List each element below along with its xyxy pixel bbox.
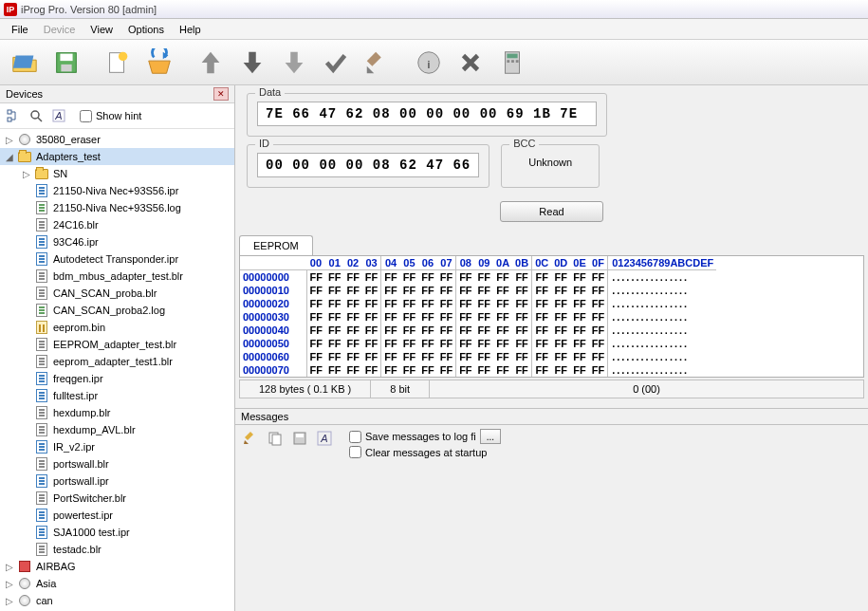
toolbar-new-icon[interactable]: [99, 44, 137, 82]
hex-status: 128 bytes ( 0.1 KB ) 8 bit 0 (00): [239, 380, 864, 398]
tree-item-label: bdm_mbus_adapter_test.blr: [51, 270, 183, 282]
tree-item[interactable]: fulltest.ipr: [0, 387, 234, 404]
tree-item[interactable]: testadc.blr: [0, 541, 234, 558]
toolbar-open-icon[interactable]: [6, 44, 44, 82]
read-button[interactable]: Read: [500, 201, 602, 222]
file-icon: [34, 508, 49, 523]
tree-item[interactable]: powertest.ipr: [0, 507, 234, 524]
group-icon: [17, 593, 32, 608]
devices-tree[interactable]: ▷35080_eraser◢Adapters_test▷SN21150-Niva…: [0, 129, 234, 611]
devices-close-icon[interactable]: ✕: [213, 87, 229, 101]
hex-viewer[interactable]: 000102030405060708090A0B0C0D0E0F01234567…: [239, 255, 864, 378]
toolbar-down-icon[interactable]: [233, 44, 271, 82]
tree-item[interactable]: hexdump.blr: [0, 404, 234, 421]
tree-item-label: CAN_SCAN_proba2.log: [51, 305, 165, 316]
id-value[interactable]: 00 00 00 00 08 62 47 66: [257, 153, 479, 177]
data-value[interactable]: 7E 66 47 62 08 00 00 00 00 69 1B 7E: [257, 102, 597, 126]
tree-item[interactable]: hexdump_AVL.blr: [0, 421, 234, 438]
tree-item-label: AIRBAG: [34, 561, 76, 572]
expander-icon[interactable]: ▷: [4, 579, 15, 589]
tree-item[interactable]: ▷35080_eraser: [0, 131, 234, 148]
menu-options[interactable]: Options: [120, 21, 172, 38]
messages-title: Messages: [241, 411, 288, 422]
menubar: File Device View Options Help: [0, 19, 868, 40]
expander-icon[interactable]: ▷: [4, 562, 15, 572]
toolbar-calc-icon[interactable]: [493, 44, 531, 82]
toolbar-refresh-icon[interactable]: [140, 44, 178, 82]
tree-item-label: portswall.blr: [51, 458, 109, 470]
browse-button[interactable]: ...: [480, 429, 501, 444]
svg-rect-11: [516, 60, 519, 63]
broom-icon[interactable]: [241, 429, 260, 448]
tree-item[interactable]: ▷SN: [0, 165, 234, 182]
file-icon: [34, 320, 49, 335]
tree-item[interactable]: bdm_mbus_adapter_test.blr: [0, 268, 234, 285]
tree-item-label: hexdump.blr: [51, 407, 111, 418]
tree-item[interactable]: 93C46.ipr: [0, 233, 234, 250]
folder-icon: [17, 149, 32, 164]
expander-icon[interactable]: ▷: [4, 135, 15, 145]
clear-startup-checkbox[interactable]: Clear messages at startup: [349, 446, 501, 458]
tree-item-label: IR_v2.ipr: [51, 441, 95, 453]
expander-icon[interactable]: ▷: [21, 169, 32, 179]
expander-icon[interactable]: ◢: [4, 152, 15, 162]
tree-item[interactable]: EEPROM_adapter_test.blr: [0, 336, 234, 353]
tree-item-label: CAN_SCAN_proba.blr: [51, 287, 157, 299]
toolbar-info-icon[interactable]: i: [410, 44, 448, 82]
tree-item[interactable]: CAN_SCAN_proba.blr: [0, 285, 234, 302]
toolbar-up-icon[interactable]: [192, 44, 230, 82]
toolbar-down2-icon[interactable]: [275, 44, 313, 82]
search-icon[interactable]: [27, 106, 46, 125]
svg-rect-10: [511, 60, 514, 63]
tree-view-icon[interactable]: [4, 106, 23, 125]
toolbar-save-icon[interactable]: [47, 44, 85, 82]
tree-item[interactable]: ▷AIRBAG: [0, 558, 234, 575]
save-log-checkbox[interactable]: Save messages to log fi ...: [349, 429, 501, 444]
svg-rect-12: [8, 110, 11, 114]
tree-item-label: SN: [51, 168, 67, 179]
menu-view[interactable]: View: [83, 21, 120, 38]
tree-item-label: can: [34, 595, 53, 606]
tree-item[interactable]: portswall.blr: [0, 455, 234, 472]
save-msg-icon[interactable]: [290, 429, 309, 448]
svg-text:A: A: [320, 433, 327, 444]
tree-item[interactable]: 21150-Niva Nec+93S56.ipr: [0, 182, 234, 199]
toolbar-brush-icon[interactable]: [359, 44, 397, 82]
toolbar-close-icon[interactable]: [452, 44, 489, 82]
toolbar-check-icon[interactable]: [317, 44, 355, 82]
expander-icon[interactable]: ▷: [4, 596, 15, 606]
tree-item-label: testadc.blr: [51, 544, 102, 555]
menu-help[interactable]: Help: [172, 21, 209, 38]
tab-eeprom[interactable]: EEPROM: [239, 235, 313, 255]
tree-item[interactable]: IR_v2.ipr: [0, 438, 234, 455]
tree-item[interactable]: CAN_SCAN_proba2.log: [0, 302, 234, 319]
tree-item[interactable]: ◢Adapters_test: [0, 148, 234, 165]
tree-item[interactable]: eeprom.bin: [0, 319, 234, 336]
svg-text:A: A: [54, 110, 62, 121]
tree-item[interactable]: eeprom_adapter_test1.blr: [0, 353, 234, 370]
tree-item[interactable]: SJA1000 test.ipr: [0, 524, 234, 541]
file-icon: [34, 217, 49, 232]
font-icon[interactable]: A: [49, 106, 68, 125]
menu-file[interactable]: File: [4, 21, 36, 38]
tree-item[interactable]: ▷can: [0, 592, 234, 609]
tree-item[interactable]: portswall.ipr: [0, 472, 234, 490]
tree-item[interactable]: 21150-Niva Nec+93S56.log: [0, 199, 234, 216]
tree-item[interactable]: Autodetect Transponder.ipr: [0, 250, 234, 268]
tree-item[interactable]: freqgen.ipr: [0, 370, 234, 387]
tree-item[interactable]: ▷Asia: [0, 575, 234, 592]
copy-icon[interactable]: [266, 429, 285, 448]
menu-device[interactable]: Device: [36, 21, 83, 38]
svg-rect-2: [61, 64, 71, 71]
id-legend: ID: [255, 138, 273, 149]
status-bits: 8 bit: [371, 380, 430, 398]
tree-item[interactable]: PortSwitcher.blr: [0, 490, 234, 507]
group-icon: [17, 576, 32, 591]
show-hint-checkbox[interactable]: Show hint: [80, 110, 141, 122]
tree-item-label: eeprom_adapter_test1.blr: [51, 356, 173, 367]
tree-item-label: 35080_eraser: [34, 134, 101, 145]
tree-item[interactable]: 24C16.blr: [0, 216, 234, 233]
file-icon: [34, 388, 49, 403]
window-title: iProg Pro. Version 80 [admin]: [21, 4, 157, 15]
font-msg-icon[interactable]: A: [315, 429, 334, 448]
